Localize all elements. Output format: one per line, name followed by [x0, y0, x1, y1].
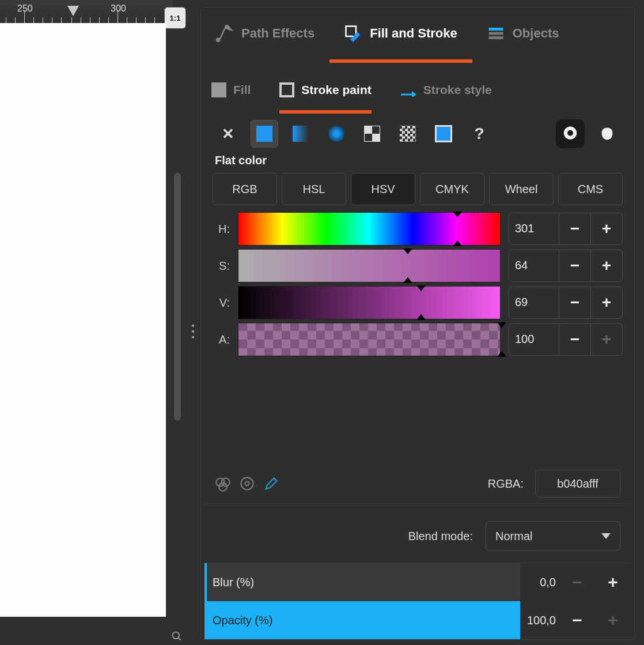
svg-line-1	[179, 638, 181, 640]
rgba-label: RGBA:	[488, 477, 524, 491]
paint-pattern-button[interactable]	[359, 120, 385, 147]
blend-mode-value: Normal	[495, 530, 532, 543]
model-rgb-tab[interactable]: RGB	[213, 173, 277, 205]
opacity-value[interactable]: 100,0	[520, 601, 559, 639]
svg-rect-11	[372, 134, 380, 142]
paint-swatch-button[interactable]	[430, 120, 457, 147]
flat-color-heading: Flat color	[204, 152, 631, 173]
canvas-page[interactable]	[0, 23, 166, 617]
subtab-fill[interactable]: Fill	[211, 73, 251, 114]
out-of-gamut-icon[interactable]	[239, 476, 255, 492]
a-value[interactable]: 100	[509, 324, 559, 354]
blur-label: Blur (%)	[213, 576, 254, 589]
magnifier-icon[interactable]	[168, 628, 185, 645]
fill-swatch-icon	[211, 82, 226, 97]
v-slider[interactable]	[238, 286, 501, 319]
s-label: S:	[213, 259, 230, 273]
h-label: H:	[213, 222, 230, 236]
hole-nonzero-button[interactable]	[594, 120, 620, 147]
model-hsl-tab[interactable]: HSL	[282, 173, 346, 205]
stroke-swatch-icon	[279, 82, 294, 97]
hole-icon	[562, 125, 579, 142]
fill-stroke-icon	[344, 25, 362, 42]
radial-gradient-icon	[328, 126, 344, 142]
opacity-plus-button[interactable]: +	[595, 601, 631, 639]
objects-icon	[487, 25, 505, 42]
checker-icon	[400, 126, 416, 142]
tab-path-effects-label: Path Effects	[241, 26, 315, 41]
h-slider[interactable]	[238, 212, 501, 246]
model-wheel-tab[interactable]: Wheel	[489, 173, 554, 205]
blur-plus-button[interactable]: +	[595, 563, 631, 601]
tab-fill-and-stroke-label: Fill and Stroke	[370, 26, 457, 41]
svg-point-2	[217, 39, 219, 42]
model-hsv-tab[interactable]: HSV	[351, 173, 415, 205]
zoom-1to1-button[interactable]: 1:1	[164, 7, 186, 29]
s-slider[interactable]	[238, 249, 501, 282]
subtab-stroke-style-label: Stroke style	[423, 83, 492, 97]
h-plus-button[interactable]: +	[590, 213, 622, 244]
tab-fill-and-stroke[interactable]: Fill and Stroke	[329, 7, 472, 63]
paint-none-button[interactable]: ✕	[215, 120, 241, 147]
s-minus-button[interactable]: −	[559, 250, 590, 281]
blur-slider[interactable]: Blur (%)	[204, 563, 520, 601]
paint-unknown-button[interactable]: ?	[466, 120, 493, 147]
ruler-cursor-marker	[67, 6, 79, 16]
subtab-stroke-paint-label: Stroke paint	[301, 83, 371, 97]
svg-point-13	[222, 478, 230, 486]
v-value[interactable]: 69	[509, 287, 559, 317]
subtab-fill-label: Fill	[233, 83, 251, 97]
a-plus-button[interactable]: +	[590, 324, 622, 355]
h-minus-button[interactable]: −	[559, 213, 590, 244]
subtab-stroke-style[interactable]: Stroke style	[400, 73, 492, 114]
blob-icon	[599, 126, 615, 142]
panel-grip-handle[interactable]	[187, 320, 199, 343]
blend-mode-select[interactable]: Normal	[486, 521, 620, 551]
question-icon: ?	[474, 125, 484, 143]
fill-and-stroke-panel: Path Effects Fill and Stroke Objects Fil…	[200, 7, 635, 640]
vertical-scrollbar[interactable]	[173, 173, 182, 421]
svg-rect-5	[488, 28, 503, 31]
svg-rect-4	[346, 27, 357, 37]
blur-value[interactable]: 0,0	[520, 563, 559, 601]
a-minus-button[interactable]: −	[559, 324, 590, 355]
stroke-style-icon	[400, 86, 416, 94]
subtab-stroke-paint[interactable]: Stroke paint	[279, 73, 371, 114]
svg-point-0	[173, 632, 180, 639]
ruler-mark-300: 300	[111, 3, 126, 14]
vertical-scrollbar-thumb[interactable]	[174, 173, 181, 421]
tab-objects-label: Objects	[513, 26, 559, 41]
color-managed-icon[interactable]	[215, 476, 231, 492]
hole-evenodd-button[interactable]	[556, 119, 585, 148]
linear-gradient-icon	[293, 126, 309, 142]
opacity-label: Opacity (%)	[213, 614, 272, 627]
paint-linear-gradient-button[interactable]	[287, 120, 314, 147]
ruler-mark-250: 250	[17, 3, 33, 14]
paint-checker-button[interactable]	[395, 120, 421, 147]
s-plus-button[interactable]: +	[590, 250, 622, 281]
model-cmyk-tab[interactable]: CMYK	[420, 173, 484, 205]
model-cms-tab[interactable]: CMS	[558, 173, 623, 205]
eyedropper-icon[interactable]	[263, 476, 279, 492]
opacity-minus-button[interactable]: −	[559, 601, 595, 639]
paint-flat-button[interactable]	[251, 120, 278, 148]
x-icon: ✕	[222, 125, 234, 143]
path-effects-icon	[216, 25, 233, 42]
v-plus-button[interactable]: +	[590, 287, 622, 318]
paint-radial-gradient-button[interactable]	[323, 120, 350, 147]
rgba-input[interactable]: b040afff	[535, 470, 620, 497]
svg-rect-10	[364, 126, 372, 134]
s-value[interactable]: 64	[509, 250, 559, 280]
blur-minus-button[interactable]: −	[559, 563, 595, 601]
ruler-horizontal[interactable]: 250 300	[0, 0, 173, 23]
opacity-slider[interactable]: Opacity (%)	[204, 601, 520, 639]
a-slider[interactable]	[238, 323, 501, 356]
tab-objects[interactable]: Objects	[472, 7, 574, 63]
v-minus-button[interactable]: −	[559, 287, 590, 318]
svg-rect-6	[488, 32, 503, 35]
tab-path-effects[interactable]: Path Effects	[201, 7, 329, 63]
h-value[interactable]: 301	[509, 213, 559, 243]
svg-point-16	[245, 482, 249, 486]
swatch-outline-icon	[435, 125, 452, 142]
flat-color-icon	[256, 126, 272, 142]
